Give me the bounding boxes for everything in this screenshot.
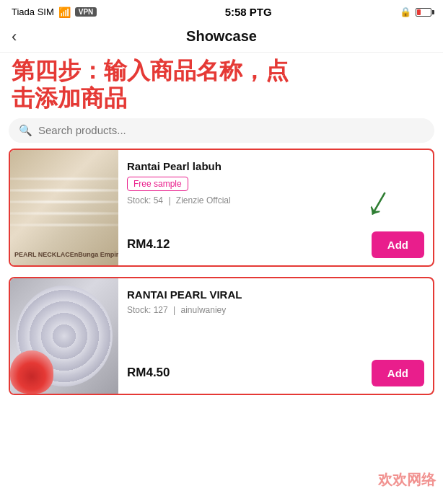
lock-icon: 🔒 [400, 6, 411, 17]
product-meta-2: Stock: 127 | ainulwaniey [127, 305, 424, 315]
product-info-1: Rantai Pearl labuh Free sample Stock: 54… [118, 150, 433, 265]
product-info-2: RANTAI PEARL VIRAL Stock: 127 | ainulwan… [118, 278, 433, 394]
stock-label-1: Stock: 54 [127, 195, 163, 205]
product-name-1: Rantai Pearl labuh [127, 160, 424, 172]
stock-label-2: Stock: 127 [127, 305, 168, 315]
product-price-1: RM4.12 [127, 237, 170, 252]
status-bar: Tiada SIM 📶 VPN 5:58 PTG 🔒 [0, 0, 443, 21]
product-bottom-1: RM4.12 Add [127, 231, 424, 258]
battery-icon [416, 8, 431, 17]
vpn-badge: VPN [75, 7, 97, 17]
back-button[interactable]: ‹ [12, 27, 17, 46]
status-left: Tiada SIM 📶 VPN [12, 6, 97, 18]
status-time: 5:58 PTG [225, 6, 272, 18]
search-bar: 🔍 [9, 118, 434, 143]
nav-bar: ‹ Showcase [0, 21, 443, 53]
battery-fill [417, 9, 421, 15]
wifi-icon: 📶 [58, 6, 71, 18]
page-title: Showcase [186, 28, 257, 45]
separator-1: | [168, 195, 170, 205]
shop-label-1: Zienzie Offcial [176, 195, 231, 205]
carrier-label: Tiada SIM [12, 6, 54, 17]
product-image-2 [10, 278, 118, 394]
product-name-2: RANTAI PEARL VIRAL [127, 288, 424, 301]
product-meta-1: Stock: 54 | Zienzie Offcial [127, 195, 424, 205]
shop-label-2: ainulwaniey [181, 305, 227, 315]
product-card-1: Rantai Pearl labuh Free sample Stock: 54… [9, 149, 434, 267]
status-right: 🔒 [400, 6, 431, 17]
add-button-1[interactable]: Add [372, 231, 424, 258]
watermark: 欢欢网络 [378, 470, 436, 490]
product-image-1 [10, 150, 118, 265]
annotation-overlay: 第四步：输入商品名称，点 击添加商品 [0, 53, 443, 112]
product-list: Rantai Pearl labuh Free sample Stock: 54… [0, 149, 443, 395]
annotation-line2: 击添加商品 [12, 84, 431, 112]
search-input[interactable] [38, 124, 424, 136]
product-bottom-2: RM4.50 Add [127, 360, 424, 386]
search-icon: 🔍 [19, 124, 32, 137]
free-sample-badge-1: Free sample [127, 177, 188, 191]
add-button-2[interactable]: Add [372, 360, 424, 386]
annotation-line1: 第四步：输入商品名称，点 [12, 57, 431, 84]
product-card-2: RANTAI PEARL VIRAL Stock: 127 | ainulwan… [9, 277, 434, 395]
product-price-2: RM4.50 [127, 366, 170, 380]
separator-2: | [173, 305, 175, 315]
